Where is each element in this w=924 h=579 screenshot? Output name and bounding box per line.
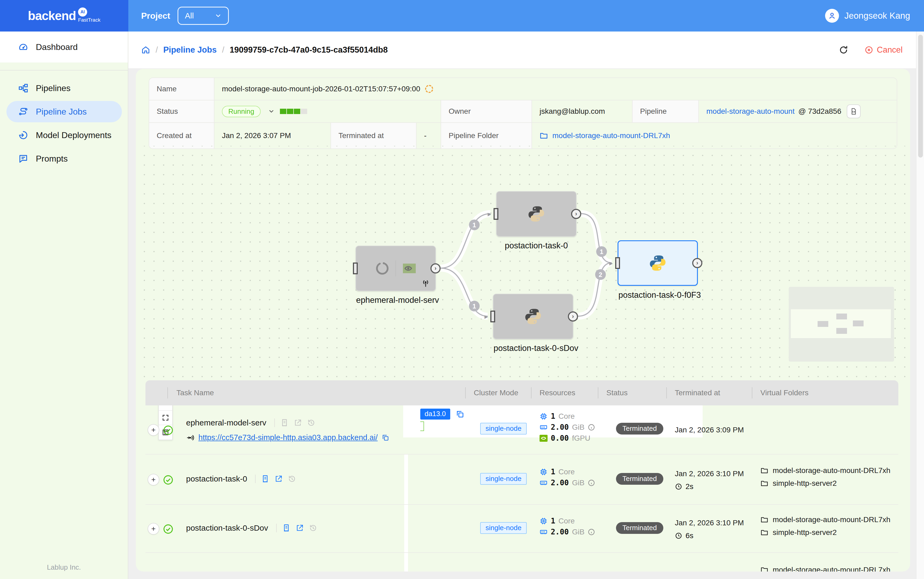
cpu-icon xyxy=(540,412,548,420)
task-name: postaction-task-0-sDov xyxy=(186,523,268,533)
pipeline-label: Pipeline xyxy=(633,100,699,122)
breadcrumb: / Pipeline Jobs / 19099759-c7cb-47a0-9c1… xyxy=(141,45,388,55)
cpu-icon xyxy=(540,517,548,525)
cluster-mode-badge: single-node xyxy=(480,474,527,483)
created-at-label: Created at xyxy=(149,123,214,149)
virtual-folder-item[interactable]: model-storage-auto-mount-DRL7xh xyxy=(760,515,890,524)
input-port[interactable] xyxy=(353,263,358,274)
history-icon[interactable] xyxy=(307,419,315,427)
virtual-folder-item[interactable]: simple-http-server2 xyxy=(760,479,890,487)
service-runtime-icon xyxy=(374,260,390,276)
expand-row-button[interactable]: + xyxy=(148,523,159,535)
task-table: Task Name Cluster Mode Resources Status … xyxy=(146,380,898,571)
gpu-icon xyxy=(540,435,548,442)
sidebar-item-dashboard[interactable]: Dashboard xyxy=(7,36,122,58)
output-port[interactable]: › xyxy=(571,209,581,219)
task-log-icon[interactable] xyxy=(261,474,269,483)
pipeline-graph-canvas[interactable]: 1 1 1 2 xyxy=(136,146,910,380)
graph-node-postaction-task-0-sDov[interactable]: ▸ › postaction-task-0-sDov xyxy=(493,294,573,339)
col-task-name: Task Name xyxy=(176,380,214,406)
edge-label: 1 xyxy=(473,303,476,310)
cluster-mode-badge: single-node xyxy=(480,424,527,433)
input-port[interactable] xyxy=(490,311,495,322)
external-link-icon[interactable] xyxy=(295,524,304,532)
sidebar-item-model-deployments[interactable]: Model Deployments xyxy=(7,124,122,146)
edge-label: 1 xyxy=(473,221,476,229)
breadcrumb-job-id: 19099759-c7cb-47a0-9c15-ca3f55014db8 xyxy=(230,45,388,55)
pipeline-link[interactable]: model-storage-auto-mount xyxy=(706,107,794,116)
backendai-logo[interactable]: backend AI FastTrack xyxy=(0,0,128,31)
expand-row-button[interactable]: + xyxy=(148,474,159,486)
chevron-down-icon[interactable] xyxy=(268,108,274,114)
loading-spinner-icon xyxy=(425,85,433,93)
graph-node-postaction-task-0[interactable]: ▸ › postaction-task-0 xyxy=(496,191,576,237)
table-row-postaction-task-0-sDov: + postaction-task-0-sDov single-node xyxy=(146,505,898,553)
sidebar-item-pipelines[interactable]: Pipelines xyxy=(7,77,122,99)
memory-icon xyxy=(540,528,548,536)
output-port[interactable]: › xyxy=(568,311,578,322)
app-root: backend AI FastTrack Project All Jeongse… xyxy=(0,0,924,579)
expand-row-button[interactable]: + xyxy=(148,424,159,436)
success-check-icon xyxy=(162,523,174,535)
task-log-icon[interactable] xyxy=(280,419,289,427)
cpu-icon xyxy=(540,468,548,476)
partial-image-badge xyxy=(420,422,424,431)
info-icon[interactable] xyxy=(588,479,595,487)
virtual-folder-item[interactable]: simple-http-server2 xyxy=(760,528,890,537)
pipeline-folder-link[interactable]: model-storage-auto-mount-DRL7xh xyxy=(552,131,670,140)
node-label: postaction-task-0-sDov xyxy=(494,343,573,353)
task-log-icon[interactable] xyxy=(282,524,290,532)
home-icon[interactable] xyxy=(141,46,150,54)
copy-icon[interactable] xyxy=(456,410,464,419)
virtual-folder-item[interactable]: model-storage-auto-mount-DRL7xh xyxy=(760,466,890,475)
info-icon[interactable] xyxy=(588,424,595,431)
copy-icon[interactable] xyxy=(382,434,389,442)
breadcrumb-pipeline-jobs[interactable]: Pipeline Jobs xyxy=(163,45,217,55)
external-link-icon[interactable] xyxy=(274,474,283,483)
terminated-at-value: Jan 2, 2026 3:10 PM xyxy=(675,469,744,478)
terminated-at-value: Jan 2, 2026 3:10 PM xyxy=(675,518,744,527)
python-icon xyxy=(527,204,546,224)
edge-arrowhead-icon: ▸ xyxy=(484,312,488,321)
python-icon xyxy=(524,307,543,326)
graph-node-ephemeral-model-serv[interactable]: › ephemeral-model-serv xyxy=(356,246,436,291)
project-select[interactable]: All xyxy=(177,7,229,25)
user-menu[interactable]: Jeongseok Kang xyxy=(825,9,910,23)
external-link-icon[interactable] xyxy=(294,419,302,427)
user-avatar-icon xyxy=(825,9,839,23)
graph-node-postaction-task-0-f0F3[interactable]: ▸ › postaction-task-0-f0F3 xyxy=(618,240,698,286)
job-info-table: Name model-storage-auto-mount-job-2026-0… xyxy=(149,77,897,149)
top-header: backend AI FastTrack Project All Jeongse… xyxy=(0,0,924,31)
graph-minimap[interactable] xyxy=(789,287,894,361)
created-at-value: Jan 2, 2026 3:07 PM xyxy=(214,123,331,149)
pipeline-yaml-button[interactable] xyxy=(847,105,861,118)
job-name: model-storage-auto-mount-job-2026-01-02T… xyxy=(222,85,420,93)
edge-arrowhead-icon: ▸ xyxy=(609,259,613,267)
sidebar-item-prompts[interactable]: Prompts xyxy=(7,148,122,169)
python-icon xyxy=(648,254,667,273)
info-icon[interactable] xyxy=(588,528,595,536)
duration-value: 2s xyxy=(686,483,694,491)
owner-value: jskang@lablup.com xyxy=(532,100,633,122)
folder-icon xyxy=(760,516,768,524)
cancel-button[interactable]: Cancel xyxy=(865,45,903,55)
logo-brand: backend xyxy=(28,8,76,23)
scrollbar-thumb[interactable] xyxy=(918,35,923,157)
output-port[interactable]: › xyxy=(430,263,441,273)
history-icon[interactable] xyxy=(309,524,317,532)
logo-ai-badge: AI xyxy=(78,8,87,16)
input-port[interactable] xyxy=(494,208,498,220)
nvidia-icon xyxy=(401,262,417,275)
prompts-icon xyxy=(18,154,28,164)
sidebar-item-pipeline-jobs[interactable]: Pipeline Jobs xyxy=(7,101,122,122)
refresh-button[interactable] xyxy=(839,45,849,55)
sidebar-item-label: Model Deployments xyxy=(36,130,112,140)
page-scrollbar[interactable] xyxy=(916,31,924,579)
output-port[interactable]: › xyxy=(692,258,702,268)
folder-icon xyxy=(760,466,768,474)
input-port[interactable] xyxy=(615,257,620,269)
owner-label: Owner xyxy=(441,100,532,122)
virtual-folder-item[interactable]: model-storage-auto-mount-DRL7xh xyxy=(760,566,890,571)
history-icon[interactable] xyxy=(288,474,296,483)
service-endpoint-link[interactable]: https://cc57e73d-simple-http.asia03.app.… xyxy=(199,433,378,442)
